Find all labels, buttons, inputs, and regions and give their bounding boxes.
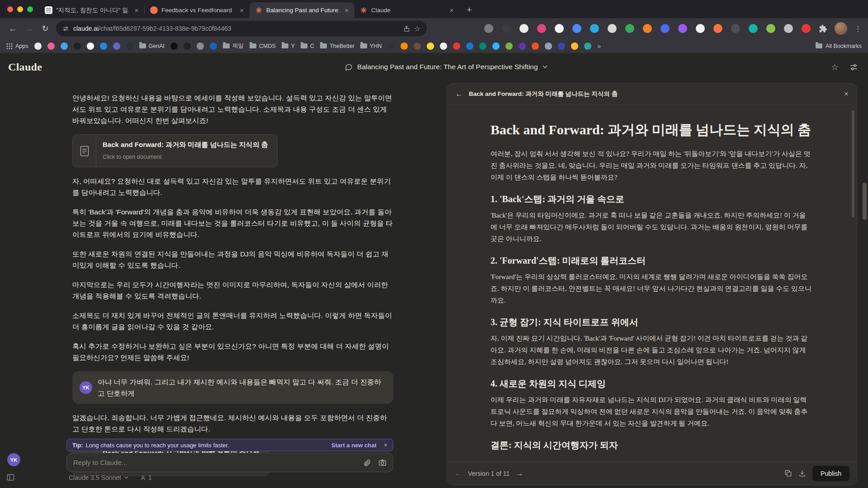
address-bar[interactable]: claude.ai/chat/f65d6297-59b2-4133-838e-9…: [56, 21, 427, 36]
bookmark-favicon[interactable]: [505, 43, 513, 50]
account-avatar[interactable]: YK: [7, 453, 20, 466]
bookmark-favicon[interactable]: [427, 43, 434, 50]
bookmark-favicon[interactable]: [466, 43, 473, 50]
extension-icon[interactable]: [643, 24, 652, 33]
copy-icon[interactable]: [784, 469, 792, 477]
browser-tab-1[interactable]: "지적도, 칭찬도 아니다" 일의 속... ×: [39, 2, 144, 18]
bookmark-favicon[interactable]: [126, 43, 133, 50]
bookmark-favicon[interactable]: [387, 43, 395, 50]
bookmark-favicon[interactable]: [100, 43, 107, 50]
bookmark-favicon[interactable]: [74, 43, 81, 50]
publish-button[interactable]: Publish: [812, 466, 849, 481]
browser-tab-2[interactable]: Feedback vs Feedforward ×: [145, 2, 250, 18]
bookmark-favicon[interactable]: [210, 43, 217, 50]
tab-close-icon[interactable]: ×: [448, 6, 456, 14]
close-window-button[interactable]: [7, 6, 13, 12]
extension-icon[interactable]: [625, 24, 634, 33]
artifact-scrollbar[interactable]: [852, 110, 854, 218]
bookmark-favicon[interactable]: [584, 43, 591, 50]
close-tip-icon[interactable]: ×: [384, 441, 387, 449]
bookmark-folder[interactable]: C: [301, 43, 314, 49]
all-bookmarks-button[interactable]: All Bookmarks: [816, 43, 862, 49]
extension-icon[interactable]: [678, 24, 687, 33]
claude-logo[interactable]: Claude: [8, 61, 42, 73]
extension-icon[interactable]: [555, 24, 564, 33]
bookmark-folder[interactable]: GenAI: [139, 43, 165, 49]
settings-sliders-icon[interactable]: [849, 63, 858, 71]
bookmark-folder[interactable]: 제일: [223, 42, 244, 50]
extension-icon[interactable]: [749, 24, 758, 33]
extension-icon[interactable]: [696, 24, 705, 33]
bookmark-favicon[interactable]: [184, 43, 191, 50]
bookmark-folder[interactable]: TheBetter: [320, 43, 354, 49]
bookmark-folder[interactable]: CMDS: [250, 43, 276, 49]
artifact-card[interactable]: Back and Forward: 과거와 미래를 넘나드는 지식의 춤 Cli…: [72, 134, 278, 167]
share-icon[interactable]: [403, 25, 410, 32]
extension-icon[interactable]: [660, 24, 670, 33]
tab-close-icon[interactable]: ×: [238, 6, 246, 14]
tab-close-icon[interactable]: ×: [132, 6, 141, 14]
bookmark-favicon[interactable]: [519, 43, 526, 50]
bookmark-favicon[interactable]: [197, 43, 204, 50]
back-button[interactable]: ←: [5, 21, 20, 36]
sidebar-toggle-icon[interactable]: [6, 473, 15, 482]
bookmark-folder[interactable]: Y: [282, 43, 295, 49]
download-icon[interactable]: [798, 469, 806, 477]
close-artifact-icon[interactable]: ×: [844, 90, 849, 99]
extension-icon[interactable]: [713, 24, 722, 33]
bookmark-favicon[interactable]: [113, 43, 120, 50]
extension-icon[interactable]: [802, 24, 811, 33]
screenshot-icon[interactable]: [378, 459, 387, 467]
browser-profile-avatar[interactable]: [835, 22, 847, 35]
bookmark-favicon[interactable]: [87, 43, 94, 50]
browser-tab-3-active[interactable]: Balancing Past and Future: The ×: [250, 2, 354, 18]
extension-icon[interactable]: [484, 24, 493, 33]
bookmark-favicon[interactable]: [545, 43, 552, 50]
extension-icon[interactable]: [590, 24, 599, 33]
window-scrollbar[interactable]: [863, 183, 867, 220]
bookmark-favicon[interactable]: [558, 43, 565, 50]
message-input[interactable]: [73, 459, 356, 466]
bookmark-favicon[interactable]: [61, 43, 68, 50]
reload-button[interactable]: ↻: [38, 21, 52, 36]
browser-menu-icon[interactable]: ⋮: [854, 24, 863, 33]
apps-shortcut[interactable]: Apps: [6, 43, 28, 49]
star-icon[interactable]: ☆: [831, 62, 839, 72]
extension-icon[interactable]: [519, 24, 528, 33]
extension-icon[interactable]: [731, 24, 740, 33]
bookmarks-overflow-chevron[interactable]: »: [597, 43, 601, 50]
conversation-title[interactable]: Balancing Past and Future: The Art of Pe…: [345, 53, 547, 81]
bookmark-favicon[interactable]: [492, 43, 500, 50]
tab-close-icon[interactable]: ×: [343, 6, 351, 14]
member-count[interactable]: 1: [140, 474, 152, 481]
bookmark-folder[interactable]: YHN: [360, 43, 382, 49]
bookmark-favicon[interactable]: [453, 43, 460, 50]
browser-tab-4[interactable]: Claude ×: [354, 2, 459, 18]
bookmark-favicon[interactable]: [170, 43, 178, 50]
bookmark-favicon[interactable]: [479, 43, 486, 50]
extensions-menu-icon[interactable]: [819, 24, 827, 33]
start-new-chat-link[interactable]: Start a new chat: [331, 442, 377, 449]
previous-version-button[interactable]: ←: [454, 469, 462, 478]
bookmark-favicon[interactable]: [532, 43, 539, 50]
bookmark-favicon[interactable]: [414, 43, 421, 50]
bookmark-favicon[interactable]: [34, 43, 42, 50]
extension-icon[interactable]: [502, 24, 511, 33]
model-selector[interactable]: Claude 3.5 Sonnet: [69, 474, 128, 481]
fullscreen-window-button[interactable]: [27, 6, 33, 12]
bookmark-favicon[interactable]: [401, 43, 408, 50]
forward-button[interactable]: →: [22, 21, 36, 36]
extension-icon[interactable]: [766, 24, 775, 33]
bookmark-favicon[interactable]: [47, 43, 55, 50]
bookmark-favicon[interactable]: [440, 43, 447, 50]
extension-icon[interactable]: [572, 24, 581, 33]
back-arrow-icon[interactable]: ←: [455, 90, 463, 99]
site-settings-icon[interactable]: [62, 25, 69, 32]
bookmark-favicon[interactable]: [571, 43, 578, 50]
extension-icon[interactable]: [537, 24, 546, 33]
extension-icon[interactable]: [608, 24, 617, 33]
minimize-window-button[interactable]: [17, 6, 23, 12]
bookmark-star-icon[interactable]: ☆: [414, 24, 420, 33]
next-version-button[interactable]: →: [516, 469, 523, 478]
new-tab-button[interactable]: +: [463, 4, 476, 16]
